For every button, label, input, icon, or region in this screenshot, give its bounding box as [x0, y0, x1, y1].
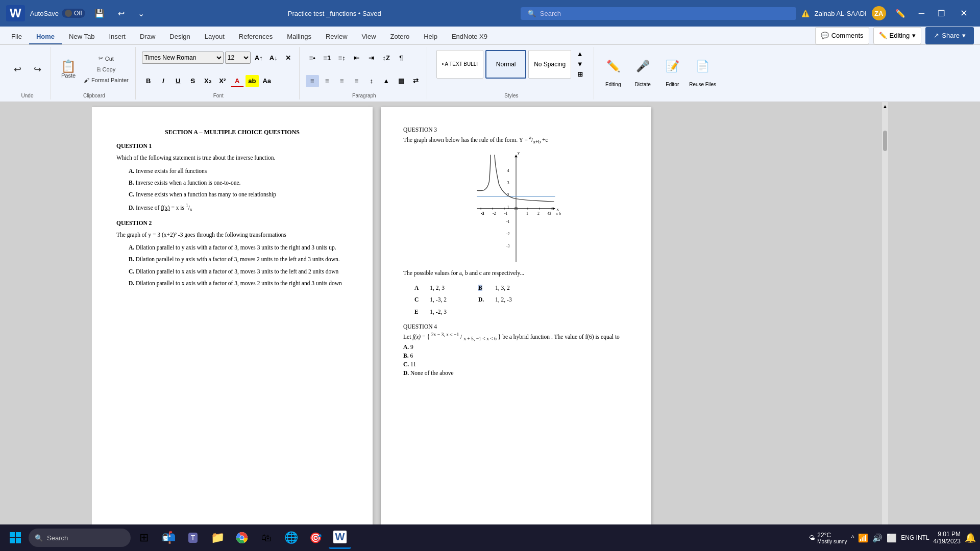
line-spacing-button[interactable]: ↕ — [365, 75, 378, 87]
grow-font-button[interactable]: A↑ — [252, 52, 265, 64]
strikethrough-button[interactable]: S — [186, 75, 200, 87]
weather-widget[interactable]: 🌤 22°C Mostly sunny — [809, 532, 847, 544]
bold-button[interactable]: B — [142, 75, 155, 87]
style-bullet[interactable]: • A TEXT BULLI — [436, 50, 483, 79]
tab-endnote[interactable]: EndNote X9 — [445, 30, 495, 44]
undo-button[interactable]: ↩ — [8, 63, 27, 76]
q2-title: QUESTION 2 — [116, 219, 348, 228]
network-icon[interactable]: 📶 — [858, 533, 868, 543]
reuse-files-button[interactable]: 📄 — [690, 51, 716, 82]
tab-help[interactable]: Help — [416, 30, 445, 44]
taskbar-mail-icon[interactable]: 📬 — [157, 527, 180, 549]
align-center-button[interactable]: ≡ — [321, 75, 334, 87]
dictate-button[interactable]: 🎤 — [630, 51, 655, 82]
scroll-track[interactable] — [882, 110, 888, 522]
user-avatar[interactable]: ZA — [872, 6, 886, 20]
italic-button[interactable]: I — [157, 75, 170, 87]
style-no-spacing[interactable]: No Spacing — [528, 50, 571, 79]
taskbar-chrome-icon[interactable] — [231, 527, 253, 549]
show-formatting-button[interactable]: ¶ — [395, 52, 408, 64]
notification-button[interactable]: 🔔 — [965, 532, 976, 543]
align-left-button[interactable]: ≡ — [306, 75, 319, 87]
numbering-button[interactable]: ≡1 — [321, 52, 334, 64]
customize-button[interactable]: ⌄ — [134, 7, 149, 20]
decrease-indent-button[interactable]: ⇤ — [350, 52, 363, 64]
taskbar-edge-icon[interactable]: 🌐 — [280, 527, 302, 549]
superscript-button[interactable]: X² — [216, 75, 229, 87]
tab-mailings[interactable]: Mailings — [280, 30, 318, 44]
clear-format-button[interactable]: ✕ — [282, 52, 295, 64]
taskbar-teams-icon[interactable]: T — [182, 527, 204, 549]
borders-button[interactable]: ▦ — [395, 75, 408, 87]
minimize-button[interactable]: ─ — [915, 7, 928, 20]
q1-options: A. Inverse exists for all functions B. I… — [116, 167, 348, 214]
editing-ribbon-button[interactable]: ✏️ — [600, 51, 626, 82]
taskbar-explorer-icon[interactable]: 📁 — [206, 527, 229, 549]
bullets-button[interactable]: ≡• — [306, 52, 319, 64]
format-painter-button[interactable]: 🖌Format Painter — [81, 76, 131, 85]
taskbar-store-icon[interactable]: 🛍 — [255, 527, 278, 549]
editor-button[interactable]: 📝 — [659, 51, 685, 82]
document-scrollbar[interactable]: ▲ ▼ — [882, 102, 888, 531]
title-search-box[interactable]: 🔍 Search — [521, 7, 796, 20]
save-button[interactable]: 💾 — [90, 7, 109, 20]
cut-button[interactable]: ✂Cut — [81, 54, 131, 63]
scroll-thumb[interactable] — [883, 131, 887, 151]
start-button[interactable] — [4, 527, 27, 549]
text-highlight-button[interactable]: ab — [246, 75, 259, 87]
tab-design[interactable]: Design — [162, 30, 197, 44]
redo-button[interactable]: ↪ — [28, 63, 46, 76]
multilevel-list-button[interactable]: ≡↕ — [335, 52, 349, 64]
tab-home[interactable]: Home — [29, 30, 62, 44]
tab-review[interactable]: Review — [318, 30, 355, 44]
font-color-button[interactable]: A — [231, 75, 244, 87]
tab-file[interactable]: File — [4, 30, 29, 44]
justify-button[interactable]: ≡ — [350, 75, 363, 87]
editing-mode-button[interactable]: ✏️ Editing ▾ — [873, 27, 922, 44]
pen-icon-button[interactable]: ✏️ — [891, 7, 910, 20]
language-indicator[interactable]: ENG INTL — [901, 534, 929, 541]
styles-scroll-down[interactable]: ▼ — [573, 59, 586, 69]
tab-view[interactable]: View — [355, 30, 383, 44]
copy-button[interactable]: ⎘Copy — [81, 65, 131, 74]
tab-layout[interactable]: Layout — [198, 30, 232, 44]
volume-icon[interactable]: 🔊 — [872, 533, 883, 543]
increase-indent-button[interactable]: ⇥ — [365, 52, 378, 64]
tab-insert[interactable]: Insert — [102, 30, 133, 44]
shading-button[interactable]: ▲ — [380, 75, 393, 87]
taskbar-search-box[interactable]: 🔍 Search — [29, 529, 131, 547]
task-view-button[interactable]: ⊞ — [133, 527, 155, 549]
system-clock[interactable]: 9:01 PM 4/19/2023 — [934, 531, 961, 545]
taskbar-app8-icon[interactable]: 🎯 — [304, 527, 327, 549]
sort-button[interactable]: ↕Z — [380, 52, 393, 64]
styles-expand[interactable]: ⊞ — [573, 69, 586, 80]
styles-scroll-up[interactable]: ▲ — [573, 49, 586, 59]
q2-option-d: D. Dilation parallel to x axis with a fa… — [129, 279, 348, 288]
document-pages[interactable]: SECTION A – MULTIPLE CHOICE QUESTIONS QU… — [92, 102, 882, 531]
close-button[interactable]: ✕ — [954, 6, 974, 21]
svg-text:-3: -3 — [481, 211, 484, 216]
tab-newtab[interactable]: New Tab — [62, 30, 102, 44]
shrink-font-button[interactable]: A↓ — [267, 52, 280, 64]
comments-button[interactable]: 💬 Comments — [815, 27, 869, 44]
chevron-up-icon[interactable]: ^ — [851, 534, 854, 541]
document-area: SECTION A – MULTIPLE CHOICE QUESTIONS QU… — [0, 102, 980, 531]
font-name-select[interactable]: Times New Roman — [142, 52, 224, 64]
underline-button[interactable]: U — [172, 75, 185, 87]
style-normal[interactable]: Normal — [485, 50, 526, 79]
rtl-button[interactable]: ⇄ — [409, 75, 423, 87]
restore-button[interactable]: ❐ — [934, 7, 949, 20]
align-right-button[interactable]: ≡ — [335, 75, 349, 87]
taskbar-word-icon[interactable]: W — [329, 527, 351, 549]
subscript-button[interactable]: X₂ — [201, 75, 214, 87]
scroll-up-arrow[interactable]: ▲ — [882, 102, 888, 110]
tab-draw[interactable]: Draw — [133, 30, 162, 44]
font-size-select[interactable]: 12 — [225, 52, 251, 64]
share-button[interactable]: ↗ Share ▾ — [925, 27, 974, 44]
autosave-toggle[interactable]: AutoSave Off — [30, 9, 85, 18]
undo-title-button[interactable]: ↩ — [114, 7, 129, 20]
tab-zotero[interactable]: Zotero — [383, 30, 417, 44]
change-case-button[interactable]: Aa — [260, 75, 274, 87]
paste-button[interactable]: 📋 Paste — [57, 54, 80, 85]
tab-references[interactable]: References — [232, 30, 280, 44]
